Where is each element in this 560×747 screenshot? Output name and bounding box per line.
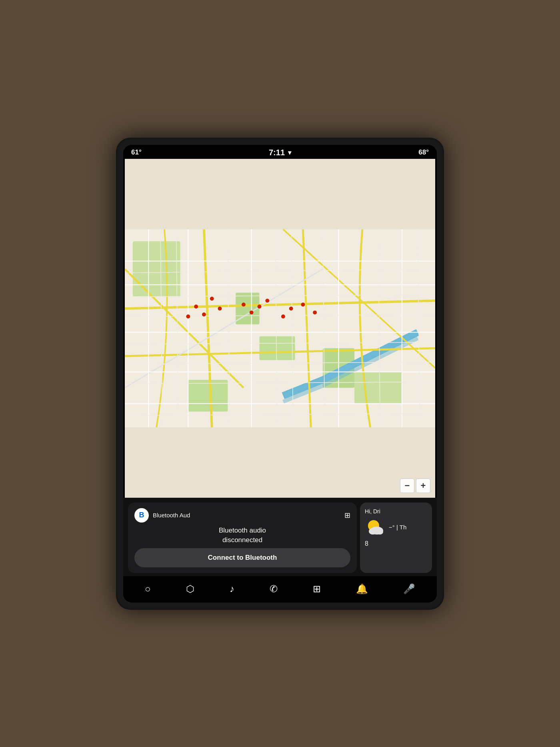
weather-greeting: Hi, Dri — [365, 508, 380, 515]
status-bar: 61° 7:11 ▾ 68° — [123, 145, 437, 159]
bluetooth-status-text: Bluetooth audio disconnected — [134, 526, 350, 545]
svg-point-32 — [194, 304, 198, 308]
wifi-icon: ▾ — [288, 149, 291, 156]
nav-apps[interactable]: ⊞ — [310, 582, 324, 596]
map-controls: − + — [400, 479, 430, 493]
nav-navigation[interactable]: ⬡ — [183, 582, 198, 596]
nav-notifications[interactable]: 🔔 — [353, 582, 371, 596]
tablet-device: 61° 7:11 ▾ 68° — [116, 138, 444, 610]
svg-rect-3 — [260, 336, 295, 360]
bluetooth-icon-circle: B — [134, 508, 149, 523]
svg-point-48 — [377, 529, 383, 535]
svg-point-44 — [313, 310, 317, 314]
tablet-screen: 61° 7:11 ▾ 68° — [123, 145, 437, 603]
svg-point-34 — [202, 312, 206, 316]
music-icon: ♪ — [230, 583, 234, 595]
map-view[interactable]: − + — [125, 159, 435, 498]
svg-point-33 — [210, 296, 214, 300]
grid-icon[interactable]: ⊞ — [344, 511, 350, 520]
svg-point-38 — [250, 310, 254, 314]
weather-extra: 8 — [365, 540, 368, 547]
svg-point-35 — [186, 314, 190, 318]
weather-icon — [365, 517, 386, 538]
nav-voice[interactable]: 🎤 — [400, 582, 418, 596]
svg-rect-6 — [188, 380, 228, 411]
microphone-icon: 🎤 — [403, 583, 415, 595]
svg-point-36 — [218, 306, 222, 310]
svg-point-40 — [265, 298, 269, 302]
nav-phone[interactable]: ✆ — [266, 582, 281, 596]
map-svg — [125, 159, 435, 498]
svg-point-47 — [369, 528, 377, 535]
zoom-out-button[interactable]: − — [400, 479, 414, 493]
svg-point-43 — [301, 302, 305, 306]
bell-icon: 🔔 — [356, 583, 368, 595]
right-temperature: 68° — [418, 148, 429, 156]
svg-point-42 — [281, 314, 285, 318]
bluetooth-card-title: Bluetooth Aud — [153, 512, 190, 519]
navigation-bar: ○ ⬡ ♪ ✆ ⊞ 🔔 🎤 — [123, 576, 437, 603]
weather-main: −° | Th — [365, 517, 406, 538]
time-display: 7:11 — [269, 148, 285, 157]
connect-bluetooth-button[interactable]: Connect to Bluetooth — [134, 548, 350, 567]
svg-point-37 — [242, 302, 246, 306]
home-icon: ○ — [145, 583, 151, 595]
svg-rect-1 — [133, 241, 180, 296]
bluetooth-card: B Bluetooth Aud ⊞ Bluetooth audio discon… — [128, 503, 357, 573]
bottom-panel: B Bluetooth Aud ⊞ Bluetooth audio discon… — [123, 498, 437, 576]
bluetooth-title-row: B Bluetooth Aud — [134, 508, 190, 523]
phone-icon: ✆ — [270, 583, 278, 595]
svg-point-41 — [289, 306, 293, 310]
bluetooth-header: B Bluetooth Aud ⊞ — [134, 508, 350, 523]
zoom-in-button[interactable]: + — [416, 479, 430, 493]
nav-music[interactable]: ♪ — [226, 582, 238, 596]
bluetooth-symbol: B — [139, 511, 144, 519]
svg-point-39 — [258, 304, 262, 308]
svg-rect-5 — [354, 372, 402, 403]
nav-home[interactable]: ○ — [142, 582, 154, 596]
navigation-icon: ⬡ — [186, 583, 194, 595]
weather-card: Hi, Dri −° | Th — [360, 503, 432, 573]
status-center: 7:11 ▾ — [269, 148, 291, 157]
weather-temps: −° | Th — [389, 523, 406, 532]
left-temperature: 61° — [131, 148, 142, 156]
apps-icon: ⊞ — [313, 583, 321, 595]
